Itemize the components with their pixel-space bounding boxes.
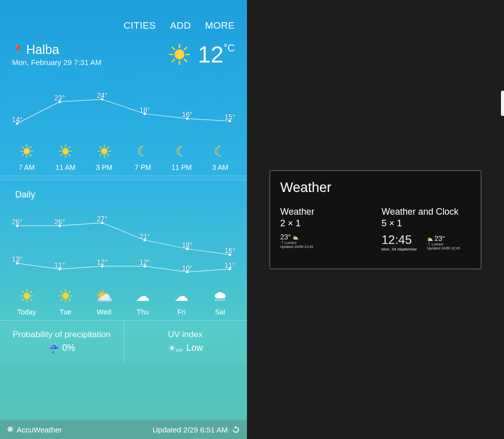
daily-cell: Tue <box>48 287 83 316</box>
svg-line-71 <box>61 299 62 300</box>
hourly-cell: ☾11 PM <box>164 142 199 171</box>
temp-point-label: 11° <box>54 261 65 269</box>
hourly-cell: ☾7 PM <box>125 142 160 171</box>
widget-weather-clock-5x1[interactable]: Weather and Clock 5 × 1 12:45 Mon, 24 Se… <box>382 207 471 252</box>
cloud-sun-icon: ⛅ <box>87 287 122 305</box>
day-label: Thu <box>125 308 160 316</box>
svg-point-54 <box>24 293 30 299</box>
svg-line-21 <box>30 154 31 156</box>
daily-cell: ☁Fri <box>164 287 199 316</box>
sun-icon <box>168 43 191 66</box>
svg-line-8 <box>172 59 174 61</box>
hourly-cell: 7 AM <box>9 142 44 171</box>
svg-line-39 <box>107 154 109 156</box>
temp-point-label: 21° <box>140 232 150 240</box>
precip-card[interactable]: Probability of precipitation ☔0% <box>0 321 123 363</box>
hourly-cell: 11 AM <box>48 142 83 171</box>
widget-size: 2 × 1 <box>280 218 369 229</box>
svg-line-40 <box>107 147 109 148</box>
svg-line-29 <box>61 147 62 148</box>
sun-icon <box>9 287 44 305</box>
temp-point-label: 18° <box>182 241 193 249</box>
moon-icon: ☾ <box>125 142 160 160</box>
current-temperature: 12°C <box>198 43 235 66</box>
hour-label: 7 AM <box>9 163 44 171</box>
hour-label: 3 PM <box>87 163 122 171</box>
day-label: Wed <box>87 308 122 316</box>
details-row: Probability of precipitation ☔0% UV inde… <box>0 320 247 363</box>
svg-line-60 <box>30 299 31 300</box>
svg-point-0 <box>174 49 184 59</box>
svg-point-33 <box>101 148 107 155</box>
hour-label: 11 PM <box>164 163 199 171</box>
widget-size: 5 × 1 <box>382 218 471 229</box>
widget-name: Weather and Clock <box>382 207 471 217</box>
sun-icon <box>87 142 122 160</box>
hour-label: 11 AM <box>48 163 83 171</box>
widget-category-panel: Weather Weather 2 × 1 23° ⛅ 📍London Upda… <box>270 170 481 269</box>
temp-point-label: 10° <box>182 264 193 272</box>
rain-icon: 🌧 <box>203 287 238 305</box>
daily-section-label: Daily <box>6 184 241 200</box>
svg-line-70 <box>69 291 70 293</box>
temp-point-label: 18° <box>140 106 150 114</box>
moon-icon: ☾ <box>164 142 199 160</box>
location-name: Halba <box>26 42 59 57</box>
hour-label: 7 PM <box>125 163 160 171</box>
svg-line-62 <box>22 299 24 300</box>
temp-point-label: 15° <box>224 113 235 121</box>
hourly-cell: 3 PM <box>87 142 122 171</box>
temp-point-label: 12° <box>97 258 107 266</box>
temp-point-label: 26° <box>54 218 65 226</box>
svg-line-20 <box>22 147 24 148</box>
daily-cell: Today <box>9 287 44 316</box>
edge-handle[interactable] <box>501 91 504 116</box>
sun-icon <box>48 142 83 160</box>
hourly-cell: ☾3 AM <box>203 142 238 171</box>
widget-preview: 23° ⛅ 📍London Updated 24/09 12:45 <box>280 233 331 248</box>
svg-line-7 <box>184 47 186 49</box>
svg-point-24 <box>62 148 69 155</box>
cloud-icon: ☁ <box>125 287 160 305</box>
widget-name: Weather <box>280 207 369 217</box>
temp-point-label: 14° <box>12 115 22 123</box>
svg-line-22 <box>30 147 31 148</box>
umbrella-icon: ☔ <box>48 343 59 354</box>
nav-add[interactable]: ADD <box>170 20 191 31</box>
svg-line-23 <box>22 154 24 156</box>
uv-card[interactable]: UV index ☀ᵤᵥLow <box>123 321 247 363</box>
hourly-forecast[interactable]: 14°23°24°18°16°15° 7 AM11 AM3 PM☾7 PM☾11… <box>0 71 247 175</box>
svg-point-15 <box>24 148 30 155</box>
widget-preview: 12:45 Mon, 24 September ⛅ 23° 📍London Up… <box>382 233 471 252</box>
svg-line-31 <box>69 147 70 148</box>
temp-point-label: 16° <box>224 246 235 255</box>
nav-more[interactable]: MORE <box>205 20 235 31</box>
svg-line-32 <box>61 154 62 156</box>
widget-weather-2x1[interactable]: Weather 2 × 1 23° ⛅ 📍London Updated 24/0… <box>280 207 369 252</box>
refresh-icon[interactable] <box>232 425 240 433</box>
svg-line-68 <box>61 291 62 293</box>
svg-line-69 <box>69 299 70 300</box>
accuweather-logo-icon: ❋ <box>7 425 14 434</box>
temp-point-label: 16° <box>182 110 193 118</box>
daily-forecast[interactable]: Daily 26°26°27°21°18°16°13°11°12°12°10°1… <box>0 180 247 320</box>
uv-value: Low <box>186 343 203 354</box>
day-label: Today <box>9 308 44 316</box>
temp-point-label: 12° <box>140 258 150 266</box>
day-label: Fri <box>164 308 199 316</box>
hour-label: 3 AM <box>203 163 238 171</box>
provider-name: AccuWeather <box>17 425 62 434</box>
current-datetime: Mon, February 29 7:31 AM <box>12 58 102 67</box>
nav-cities[interactable]: CITIES <box>123 20 156 31</box>
precip-label: Probability of precipitation <box>4 330 119 340</box>
daily-cell: ☁Thu <box>125 287 160 316</box>
widget-category-title: Weather <box>280 180 471 196</box>
widget-picker-screen: Weather Weather 2 × 1 23° ⛅ 📍London Upda… <box>247 0 504 439</box>
svg-line-38 <box>99 147 101 148</box>
temp-point-label: 23° <box>54 94 65 102</box>
weather-app: CITIES ADD MORE 📍 Halba Mon, February 29… <box>0 0 247 439</box>
daily-cell: ⛅Wed <box>87 287 122 316</box>
top-nav: CITIES ADD MORE <box>0 0 247 36</box>
svg-line-5 <box>172 47 174 49</box>
cloud-icon: ☁ <box>164 287 199 305</box>
